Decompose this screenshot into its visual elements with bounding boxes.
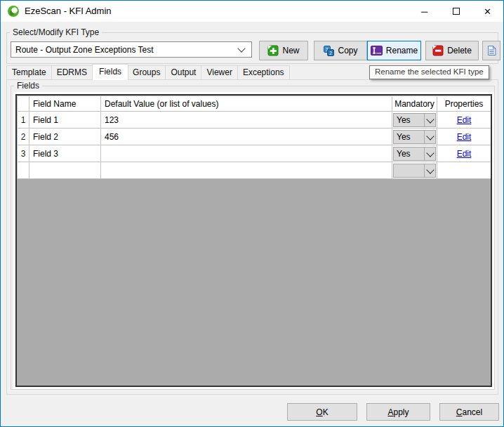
tab-viewer[interactable]: Viewer bbox=[201, 65, 237, 80]
cancel-button[interactable]: Cancel bbox=[439, 403, 499, 421]
edit-properties-link[interactable]: Edit bbox=[457, 149, 472, 159]
tab-edrms[interactable]: EDRMS bbox=[52, 65, 93, 80]
field-name-cell[interactable]: Field 1 bbox=[29, 112, 101, 129]
kfi-properties-button[interactable] bbox=[482, 41, 500, 60]
title-bar: EzeScan - KFI Admin ─ ✕ bbox=[1, 1, 503, 22]
mandatory-value: Yes bbox=[394, 114, 424, 126]
maximize-icon bbox=[453, 8, 460, 15]
rename-button-label: Rename bbox=[386, 46, 418, 55]
svg-text:2: 2 bbox=[330, 51, 333, 55]
delete-icon bbox=[432, 45, 444, 56]
chevron-down-icon bbox=[424, 147, 435, 160]
cancel-button-label: Cancel bbox=[456, 407, 482, 417]
table-row-new bbox=[18, 162, 491, 179]
copy-icon: 1 2 bbox=[323, 45, 334, 56]
row-selector[interactable]: 1 bbox=[18, 112, 29, 129]
ok-button[interactable]: OK bbox=[287, 403, 357, 421]
mandatory-value bbox=[394, 164, 424, 177]
close-icon: ✕ bbox=[484, 6, 491, 17]
ok-button-label: OK bbox=[316, 407, 328, 417]
tab-output[interactable]: Output bbox=[166, 65, 201, 80]
delete-button[interactable]: Delete bbox=[425, 41, 479, 60]
kfi-admin-window: EzeScan - KFI Admin ─ ✕ Select/Modify KF… bbox=[0, 0, 504, 427]
row-selector[interactable]: 2 bbox=[18, 129, 29, 145]
field-name-cell[interactable]: Field 2 bbox=[29, 129, 101, 145]
tab-fields[interactable]: Fields bbox=[92, 64, 128, 80]
new-button-label: New bbox=[282, 46, 299, 55]
default-value-cell[interactable]: 456 bbox=[101, 129, 392, 145]
fields-grid: Field Name Default Value (or list of val… bbox=[13, 92, 494, 389]
new-document-icon bbox=[267, 45, 279, 56]
apply-button-label: Apply bbox=[387, 407, 409, 417]
row-selector[interactable] bbox=[18, 162, 29, 179]
mandatory-value: Yes bbox=[394, 131, 424, 143]
chevron-down-icon bbox=[424, 164, 435, 177]
mandatory-dropdown[interactable] bbox=[393, 164, 436, 178]
copy-button-label: Copy bbox=[338, 46, 357, 55]
edit-properties-link[interactable]: Edit bbox=[457, 132, 472, 142]
edit-properties-link[interactable]: Edit bbox=[457, 115, 472, 125]
row-selector[interactable]: 3 bbox=[18, 145, 29, 162]
kfi-type-group-label: Select/Modify KFI Type bbox=[10, 27, 102, 37]
kfi-type-dropdown[interactable]: Route - Output Zone Exceptions Test bbox=[11, 41, 252, 58]
field-name-cell[interactable] bbox=[29, 162, 101, 179]
minimize-button[interactable]: ─ bbox=[409, 1, 440, 22]
fields-grid-body: Field Name Default Value (or list of val… bbox=[15, 94, 492, 387]
window-controls: ─ ✕ bbox=[409, 1, 503, 22]
default-value-cell[interactable] bbox=[101, 145, 392, 162]
ezescan-logo-icon bbox=[7, 5, 20, 18]
column-header-mandatory: Mandatory bbox=[392, 96, 437, 112]
apply-button[interactable]: Apply bbox=[366, 403, 430, 421]
window-title: EzeScan - KFI Admin bbox=[25, 1, 112, 22]
default-value-cell[interactable] bbox=[101, 162, 392, 179]
tab-exceptions[interactable]: Exceptions bbox=[238, 65, 290, 80]
maximize-button[interactable] bbox=[440, 1, 472, 22]
kfi-tab-strip: Template EDRMS Fields Groups Output View… bbox=[6, 64, 290, 80]
tab-groups[interactable]: Groups bbox=[128, 65, 166, 80]
chevron-down-icon bbox=[237, 44, 245, 52]
chevron-down-icon bbox=[424, 114, 435, 126]
column-header-properties: Properties bbox=[437, 96, 491, 112]
rename-button[interactable]: Rename bbox=[367, 41, 421, 60]
new-button[interactable]: New bbox=[259, 41, 308, 60]
row-header bbox=[18, 96, 29, 112]
rename-icon bbox=[371, 46, 383, 55]
delete-button-label: Delete bbox=[447, 46, 472, 55]
minimize-icon: ─ bbox=[421, 6, 427, 17]
grid-header-row: Field Name Default Value (or list of val… bbox=[18, 96, 491, 112]
tab-template[interactable]: Template bbox=[6, 65, 52, 80]
chevron-down-icon bbox=[424, 131, 435, 143]
close-button[interactable]: ✕ bbox=[472, 1, 503, 22]
kfi-type-selected-value: Route - Output Zone Exceptions Test bbox=[11, 45, 239, 55]
column-header-default-value: Default Value (or list of values) bbox=[101, 96, 392, 112]
table-row: 3 Field 3 Yes Edit bbox=[18, 145, 491, 162]
default-value-cell[interactable]: 123 bbox=[101, 112, 392, 129]
mandatory-dropdown[interactable]: Yes bbox=[393, 130, 436, 144]
copy-button[interactable]: 1 2 Copy bbox=[314, 41, 367, 60]
mandatory-dropdown[interactable]: Yes bbox=[393, 147, 436, 161]
table-row: 2 Field 2 456 Yes Edit bbox=[18, 129, 491, 145]
column-header-field-name: Field Name bbox=[29, 96, 101, 112]
document-lines-icon bbox=[487, 45, 496, 56]
fields-group-label: Fields bbox=[14, 81, 42, 91]
rename-tooltip: Rename the selected KFI type bbox=[369, 65, 489, 79]
mandatory-dropdown[interactable]: Yes bbox=[393, 113, 436, 127]
field-name-cell[interactable]: Field 3 bbox=[29, 145, 101, 162]
table-row: 1 Field 1 123 Yes Edit bbox=[18, 112, 491, 129]
mandatory-value: Yes bbox=[394, 147, 424, 160]
